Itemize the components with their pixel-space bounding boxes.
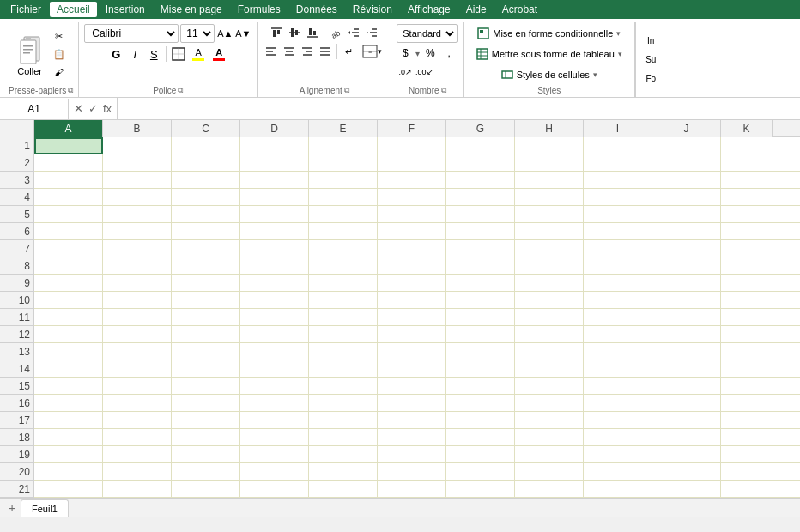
cell-E16[interactable] (309, 395, 378, 412)
cell-J21[interactable] (652, 481, 721, 498)
cell-I19[interactable] (584, 446, 652, 463)
cell-D10[interactable] (240, 292, 309, 309)
col-header-h[interactable]: H (515, 120, 584, 137)
cell-C5[interactable] (172, 206, 240, 223)
cell-I6[interactable] (584, 223, 652, 240)
cell-B5[interactable] (103, 206, 172, 223)
cell-J6[interactable] (652, 223, 721, 240)
cell-K18[interactable] (721, 429, 800, 446)
cell-C18[interactable] (172, 429, 240, 446)
cell-D7[interactable] (240, 240, 309, 257)
cell-H4[interactable] (515, 189, 584, 206)
menu-acrobat[interactable]: Acrobat (495, 2, 544, 17)
select-all-button[interactable] (0, 120, 34, 137)
cell-B8[interactable] (103, 257, 172, 275)
cell-E7[interactable] (309, 240, 378, 257)
cell-J14[interactable] (652, 360, 721, 378)
row-header-3[interactable]: 3 (0, 172, 34, 189)
align-bottom-button[interactable] (304, 24, 321, 41)
cell-C21[interactable] (172, 481, 240, 498)
cell-B12[interactable] (103, 326, 172, 343)
cell-F5[interactable] (378, 206, 446, 223)
cell-G2[interactable] (446, 154, 515, 172)
cell-E9[interactable] (309, 275, 378, 292)
cell-E3[interactable] (309, 172, 378, 189)
increase-decimal-button[interactable]: .0↗ (397, 63, 414, 81)
formula-cancel-button[interactable]: ✕ (72, 102, 85, 115)
cell-reference-input[interactable] (0, 99, 69, 119)
align-center-button[interactable] (281, 43, 298, 60)
row-header-21[interactable]: 21 (0, 481, 34, 498)
cell-D6[interactable] (240, 223, 309, 240)
cell-A5[interactable] (34, 206, 103, 223)
col-header-j[interactable]: J (652, 120, 721, 137)
cell-F11[interactable] (378, 309, 446, 326)
cell-D4[interactable] (240, 189, 309, 206)
cell-J3[interactable] (652, 172, 721, 189)
cell-K16[interactable] (721, 395, 800, 412)
menu-affichage[interactable]: Affichage (401, 2, 458, 17)
cell-C2[interactable] (172, 154, 240, 172)
decrease-decimal-button[interactable]: .00↙ (415, 63, 433, 81)
cell-H8[interactable] (515, 257, 584, 275)
borders-button[interactable] (170, 45, 187, 63)
cell-G19[interactable] (446, 446, 515, 463)
cell-B19[interactable] (103, 446, 172, 463)
cell-F14[interactable] (378, 360, 446, 378)
cell-C15[interactable] (172, 378, 240, 395)
currency-button[interactable]: $ (397, 45, 414, 62)
cell-D1[interactable] (240, 137, 309, 154)
cell-H14[interactable] (515, 360, 584, 378)
cell-A19[interactable] (34, 446, 103, 463)
row-header-7[interactable]: 7 (0, 240, 34, 257)
cell-C10[interactable] (172, 292, 240, 309)
cell-A17[interactable] (34, 412, 103, 429)
cell-E20[interactable] (309, 463, 378, 481)
menu-accueil[interactable]: Accueil (50, 2, 97, 17)
cell-D2[interactable] (240, 154, 309, 172)
decrease-font-button[interactable]: A▼ (234, 25, 252, 42)
col-header-b[interactable]: B (103, 120, 172, 137)
cell-J9[interactable] (652, 275, 721, 292)
cell-I11[interactable] (584, 309, 652, 326)
cell-B3[interactable] (103, 172, 172, 189)
row-header-20[interactable]: 20 (0, 463, 34, 481)
cell-K21[interactable] (721, 481, 800, 498)
cell-F2[interactable] (378, 154, 446, 172)
cell-E18[interactable] (309, 429, 378, 446)
merge-center-button[interactable]: ≡ ▾ (358, 43, 385, 60)
cell-B1[interactable] (103, 137, 172, 154)
indent-increase-button[interactable] (363, 24, 380, 41)
cell-E10[interactable] (309, 292, 378, 309)
cell-F6[interactable] (378, 223, 446, 240)
menu-mise-en-page[interactable]: Mise en page (154, 2, 229, 17)
paste-button[interactable]: Coller (13, 30, 47, 78)
align-left-button[interactable] (263, 43, 280, 60)
presse-expand-btn[interactable]: ⧉ (68, 86, 73, 95)
row-header-10[interactable]: 10 (0, 292, 34, 309)
cell-D13[interactable] (240, 343, 309, 360)
cell-A1[interactable] (34, 137, 103, 154)
cell-J20[interactable] (652, 463, 721, 481)
cell-C4[interactable] (172, 189, 240, 206)
cell-B18[interactable] (103, 429, 172, 446)
copy-button[interactable]: 📋 (49, 45, 70, 63)
sheet-tab-feuil1[interactable]: Feuil1 (21, 499, 69, 517)
cell-K2[interactable] (721, 154, 800, 172)
table-format-button[interactable]: Mettre sous forme de tableau ▾ (470, 45, 628, 63)
cell-F21[interactable] (378, 481, 446, 498)
cell-B16[interactable] (103, 395, 172, 412)
cell-I2[interactable] (584, 154, 652, 172)
col-header-d[interactable]: D (240, 120, 309, 137)
row-header-14[interactable]: 14 (0, 360, 34, 378)
menu-donnees[interactable]: Données (289, 2, 344, 17)
cell-D8[interactable] (240, 257, 309, 275)
cell-B15[interactable] (103, 378, 172, 395)
cell-I7[interactable] (584, 240, 652, 257)
cell-A18[interactable] (34, 429, 103, 446)
cell-I14[interactable] (584, 360, 652, 378)
col-header-k[interactable]: K (721, 120, 773, 137)
cell-J19[interactable] (652, 446, 721, 463)
row-header-15[interactable]: 15 (0, 378, 34, 395)
cell-J13[interactable] (652, 343, 721, 360)
